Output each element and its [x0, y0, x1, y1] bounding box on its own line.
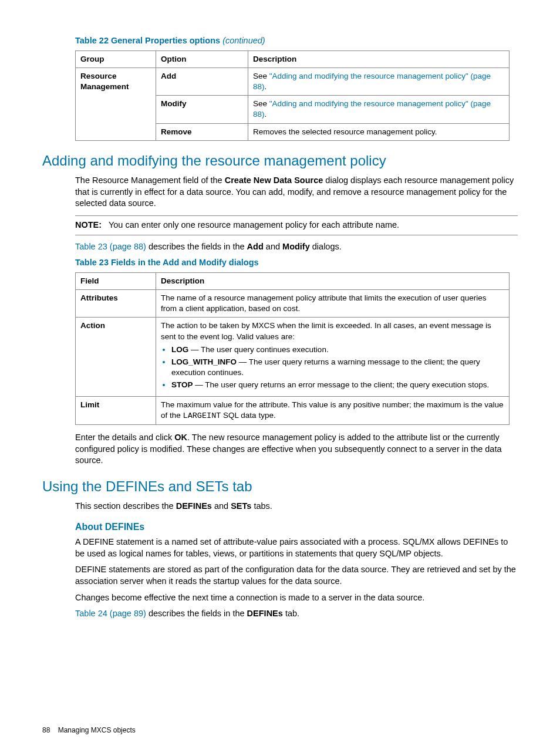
- note-block: NOTE: You can enter only one resource ma…: [75, 215, 518, 235]
- page-number: 88: [42, 726, 50, 734]
- text: This section describes the: [75, 501, 176, 511]
- text: Enter the details and click: [75, 433, 174, 442]
- action-list: LOG — The user query continues execution…: [161, 345, 504, 391]
- para-after-table23: Enter the details and click OK. The new …: [75, 432, 518, 467]
- table22-caption-text: Table 22 General Properties options: [75, 36, 220, 45]
- cell-desc: The action to be taken by MXCS when the …: [156, 318, 510, 396]
- see-prefix: See: [253, 99, 269, 108]
- xref-link[interactable]: "Adding and modifying the resource manag…: [253, 99, 491, 119]
- cell-option: Add: [156, 67, 248, 95]
- cell-field: Attributes: [76, 289, 156, 317]
- table-row: Resource Management Add See "Adding and …: [76, 67, 510, 95]
- para-table23-ref: Table 23 (page 88) describes the fields …: [75, 241, 518, 253]
- table-header-row: Field Description: [76, 272, 510, 289]
- cell-group: Resource Management: [76, 67, 156, 140]
- table23-caption: Table 23 Fields in the Add and Modify di…: [75, 257, 518, 269]
- bold: LOG_WITH_INFO: [171, 357, 237, 366]
- table22-caption: Table 22 General Properties options (con…: [75, 35, 518, 47]
- col-option: Option: [156, 50, 248, 67]
- cell-field: Limit: [76, 396, 156, 424]
- text: SQL data type.: [221, 411, 275, 420]
- xref-link[interactable]: "Adding and modifying the resource manag…: [253, 72, 491, 91]
- footer-title: Managing MXCS objects: [58, 726, 136, 734]
- heading-resource-policy: Adding and modifying the resource manage…: [42, 151, 518, 170]
- bold: STOP: [171, 380, 193, 389]
- col-group: Group: [76, 50, 156, 67]
- see-tail: .: [265, 110, 267, 119]
- text: tab.: [283, 609, 299, 618]
- table-row: Limit The maximum value for the attribut…: [76, 396, 510, 424]
- note-text: You can enter only one resource manageme…: [109, 220, 399, 229]
- cell-desc: See "Adding and modifying the resource m…: [248, 67, 510, 95]
- xref-link[interactable]: Table 23 (page 88): [75, 242, 146, 251]
- col-description: Description: [248, 50, 510, 67]
- table22-continued: (continued): [222, 36, 265, 45]
- bold: DEFINEs: [247, 609, 283, 618]
- para-table24-ref: Table 24 (page 89) describes the fields …: [75, 608, 518, 620]
- para-defines-intro: This section describes the DEFINEs and S…: [75, 501, 518, 512]
- table23: Field Description Attributes The name of…: [75, 272, 510, 425]
- bold: Add: [247, 242, 264, 251]
- bold: Create New Data Source: [225, 175, 323, 185]
- text: describes the fields in the: [146, 242, 247, 251]
- text: — The user query returns an error messag…: [193, 380, 490, 389]
- text: describes the fields in the: [146, 609, 247, 618]
- text: and: [264, 242, 282, 251]
- bold: Modify: [282, 242, 310, 251]
- xref-link[interactable]: Table 24 (page 89): [75, 609, 146, 618]
- cell-option: Modify: [156, 96, 248, 123]
- cell-field: Action: [76, 318, 156, 396]
- list-item: LOG — The user query continues execution…: [171, 345, 504, 355]
- para-about-defines-3: Changes become effective the next time a…: [75, 592, 518, 604]
- page-footer: 88 Managing MXCS objects: [42, 725, 518, 735]
- cell-desc: Removes the selected resource management…: [248, 123, 510, 140]
- cell-desc: The maximum value for the attribute. Thi…: [156, 396, 510, 424]
- see-prefix: See: [253, 72, 269, 80]
- cell-desc: See "Adding and modifying the resource m…: [248, 96, 510, 123]
- text: The Resource Management field of the: [75, 175, 225, 185]
- table22: Group Option Description Resource Manage…: [75, 50, 510, 141]
- text: tabs.: [251, 501, 272, 511]
- bold: LOG: [171, 345, 188, 354]
- bold: DEFINEs: [176, 501, 212, 511]
- text: and: [212, 501, 231, 511]
- heading-defines-sets: Using the DEFINEs and SETs tab: [42, 477, 518, 496]
- list-item: STOP — The user query returns an error m…: [171, 380, 504, 390]
- para-about-defines-1: A DEFINE statement is a named set of att…: [75, 536, 518, 559]
- col-description: Description: [156, 272, 510, 289]
- note-label: NOTE:: [75, 220, 102, 229]
- code: LARGEINT: [183, 411, 221, 420]
- bold: OK: [174, 433, 187, 442]
- para-intro: The Resource Management field of the Cre…: [75, 175, 518, 210]
- table-row: Attributes The name of a resource manage…: [76, 289, 510, 317]
- cell-option: Remove: [156, 123, 248, 140]
- para-about-defines-2: DEFINE statements are stored as part of …: [75, 564, 518, 587]
- action-intro: The action to be taken by MXCS when the …: [161, 320, 504, 342]
- list-item: LOG_WITH_INFO — The user query returns a…: [171, 357, 504, 378]
- subheading-about-defines: About DEFINEs: [75, 521, 518, 534]
- col-field: Field: [76, 272, 156, 289]
- text: dialogs.: [310, 242, 342, 251]
- bold: SETs: [231, 501, 251, 511]
- table-row: Action The action to be taken by MXCS wh…: [76, 318, 510, 396]
- text: — The user query continues execution.: [188, 345, 328, 354]
- table-header-row: Group Option Description: [76, 50, 510, 67]
- see-tail: .: [265, 82, 267, 91]
- cell-desc: The name of a resource management policy…: [156, 289, 510, 317]
